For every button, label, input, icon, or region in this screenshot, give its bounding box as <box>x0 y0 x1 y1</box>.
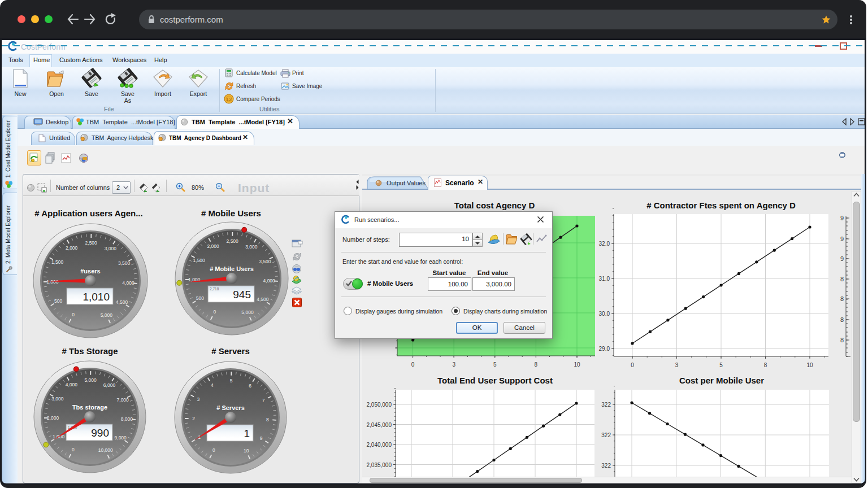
svg-text:2,045,000: 2,045,000 <box>367 422 392 428</box>
svg-text:2,050,000: 2,050,000 <box>367 402 392 408</box>
svg-text:8: 8 <box>840 316 844 323</box>
svg-text:5: 5 <box>493 361 497 368</box>
svg-text:8: 8 <box>535 361 538 368</box>
svg-text:9: 9 <box>840 236 844 242</box>
svg-text:0: 0 <box>631 362 634 368</box>
svg-text:9: 9 <box>840 255 844 262</box>
svg-text:30.0: 30.0 <box>599 311 610 317</box>
svg-text:3: 3 <box>452 361 455 368</box>
svg-text:9: 9 <box>840 215 844 221</box>
svg-text:2,035,000: 2,035,000 <box>367 462 392 468</box>
svg-text:29.0: 29.0 <box>599 346 610 352</box>
svg-text:32.0: 32.0 <box>599 241 610 247</box>
svg-text:31.0: 31.0 <box>599 276 610 282</box>
svg-text:10: 10 <box>806 362 813 368</box>
svg-text:0: 0 <box>411 361 415 368</box>
svg-text:322: 322 <box>601 402 611 408</box>
svg-text:322: 322 <box>601 463 611 469</box>
svg-text:8: 8 <box>764 362 767 368</box>
svg-text:8: 8 <box>840 276 844 282</box>
svg-text:8: 8 <box>840 295 844 302</box>
svg-text:8: 8 <box>840 337 844 343</box>
svg-text:5: 5 <box>719 362 723 368</box>
svg-text:322: 322 <box>601 432 611 438</box>
svg-text:3: 3 <box>675 362 679 368</box>
svg-text:10: 10 <box>574 361 580 368</box>
svg-text:2,040,000: 2,040,000 <box>367 442 392 448</box>
